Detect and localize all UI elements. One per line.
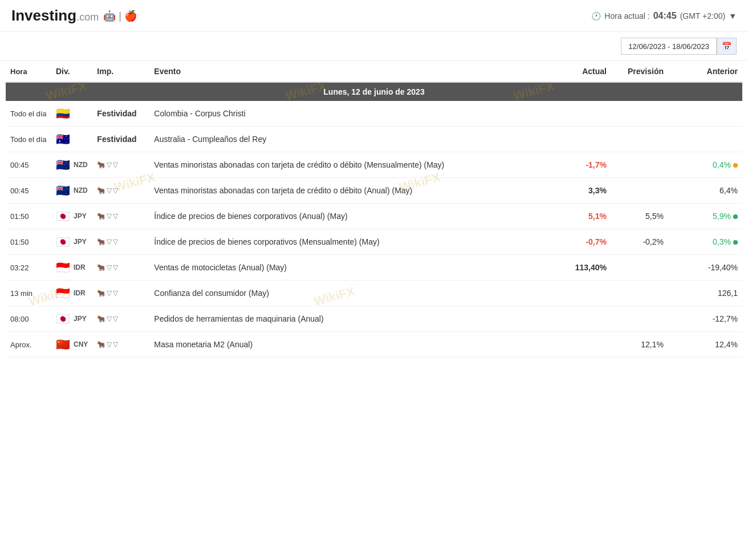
date-range-bar: 12/06/2023 - 18/06/2023 📅	[0, 32, 748, 61]
table-row: 08:00🇯🇵JPY🐂▽▽Pedidos de herramientas de …	[6, 306, 742, 332]
cell-prevision: 12,1%	[611, 332, 668, 358]
cell-div: 🇳🇿NZD	[51, 178, 92, 204]
importance-cell: 🐂▽▽	[97, 263, 145, 271]
cell-anterior: -19,40%	[668, 255, 742, 281]
importance-cell: 🐂▽▽	[97, 340, 145, 348]
flag-icon: 🇮🇩	[56, 286, 70, 300]
hora-actual-label: Hora actual :	[604, 11, 649, 21]
cell-evento: Índice de precios de bienes corporativos…	[149, 204, 554, 229]
cell-hora: 08:00	[6, 306, 51, 332]
cell-imp: 🐂▽▽	[92, 332, 149, 358]
flag-icon: 🇮🇩	[56, 261, 70, 274]
flag-icon: 🇳🇿	[56, 158, 70, 172]
main-table-container: WikiFX WikiFX WikiFX WikiFX WikiFX WikiF…	[0, 61, 748, 358]
cell-anterior: 5,9%	[668, 204, 742, 229]
time-value: 04:45	[653, 11, 677, 21]
flag-icon: 🇨🇴	[56, 107, 70, 120]
timezone-dropdown-icon[interactable]: ▼	[729, 11, 737, 21]
flag-icon: 🇳🇿	[56, 184, 70, 197]
flag-icon: 🇨🇳	[56, 338, 70, 351]
col-div: Div.	[51, 61, 92, 82]
cell-prevision	[611, 127, 668, 152]
cell-div: 🇨🇳CNY	[51, 332, 92, 358]
bull-icon: 🐂	[97, 186, 105, 194]
currency-label: JPY	[74, 238, 87, 246]
cell-div: 🇯🇵JPY	[51, 229, 92, 255]
cell-div: 🇮🇩IDR	[51, 255, 92, 281]
cell-imp: 🐂▽▽	[92, 152, 149, 178]
header: Investing.com 🤖 | 🍎 🕐 Hora actual : 04:4…	[0, 0, 748, 32]
cell-anterior: 0,4%	[668, 152, 742, 178]
cell-hora: Todo el día	[6, 101, 51, 127]
cell-actual	[554, 281, 611, 306]
section-header-row: Lunes, 12 de junio de 2023	[6, 82, 742, 101]
importance-dot	[733, 240, 738, 245]
cell-actual: 5,1%	[554, 204, 611, 229]
cell-actual	[554, 332, 611, 358]
bull-icon: 🐂	[97, 161, 105, 169]
importance-cell: 🐂▽▽	[97, 315, 145, 323]
cell-div: 🇦🇺	[51, 127, 92, 152]
flag-icon: 🇯🇵	[56, 209, 70, 223]
festividad-label: Festividad	[97, 109, 136, 118]
time-display: 🕐 Hora actual : 04:45 (GMT +2:00) ▼	[591, 11, 737, 21]
table-header: Hora Div. Imp. Evento Actual Previsión A…	[6, 61, 742, 82]
importance-dot	[733, 214, 738, 219]
cell-evento: Colombia - Corpus Christi	[149, 101, 554, 127]
cell-div: 🇯🇵JPY	[51, 306, 92, 332]
col-evento: Evento	[149, 61, 554, 82]
header-right: 🕐 Hora actual : 04:45 (GMT +2:00) ▼	[591, 11, 737, 21]
table-row: 03:22🇮🇩IDR🐂▽▽Ventas de motocicletas (Anu…	[6, 255, 742, 281]
bull-icon: 🐂	[97, 238, 105, 246]
table-row: 01:50🇯🇵JPY🐂▽▽Índice de precios de bienes…	[6, 204, 742, 229]
col-actual: Actual	[554, 61, 611, 82]
calendar-button[interactable]: 📅	[717, 38, 737, 55]
currency-label: CNY	[74, 340, 88, 348]
importance-cell: 🐂▽▽	[97, 186, 145, 194]
cell-evento: Ventas minoristas abonadas con tarjeta d…	[149, 152, 554, 178]
currency-label: IDR	[74, 263, 86, 271]
cell-evento: Masa monetaria M2 (Anual)	[149, 332, 554, 358]
cell-actual	[554, 101, 611, 127]
currency-label: JPY	[74, 212, 87, 220]
col-prevision: Previsión	[611, 61, 668, 82]
clock-icon: 🕐	[591, 11, 601, 21]
cell-hora: 00:45	[6, 178, 51, 204]
cell-evento: Confianza del consumidor (May)	[149, 281, 554, 306]
table-row: Aprox.🇨🇳CNY🐂▽▽Masa monetaria M2 (Anual)1…	[6, 332, 742, 358]
cell-actual: -0,7%	[554, 229, 611, 255]
cell-anterior: 126,1	[668, 281, 742, 306]
cell-hora: 01:50	[6, 229, 51, 255]
cell-anterior	[668, 127, 742, 152]
currency-label: JPY	[74, 315, 87, 323]
table-row: 00:45🇳🇿NZD🐂▽▽Ventas minoristas abonadas …	[6, 178, 742, 204]
flag-icon: 🇦🇺	[56, 132, 70, 146]
logo-text: Investing.com	[11, 7, 99, 25]
cell-imp: Festividad	[92, 101, 149, 127]
flag-icon: 🇯🇵	[56, 312, 70, 326]
bull-icon: 🐂	[97, 340, 105, 348]
currency-label: NZD	[74, 161, 88, 169]
currency-label: NZD	[74, 186, 88, 194]
cell-evento: Índice de precios de bienes corporativos…	[149, 229, 554, 255]
table-body: Lunes, 12 de junio de 2023Todo el día🇨🇴F…	[6, 82, 742, 358]
cell-div: 🇮🇩IDR	[51, 281, 92, 306]
cell-evento: Ventas minoristas abonadas con tarjeta d…	[149, 178, 554, 204]
cell-prevision	[611, 281, 668, 306]
date-range-button[interactable]: 12/06/2023 - 18/06/2023	[621, 38, 717, 55]
cell-actual	[554, 306, 611, 332]
cell-imp: 🐂▽▽	[92, 306, 149, 332]
cell-prevision	[611, 178, 668, 204]
cell-div: 🇯🇵JPY	[51, 204, 92, 229]
cell-prevision: 5,5%	[611, 204, 668, 229]
importance-cell: 🐂▽▽	[97, 161, 145, 169]
currency-label: IDR	[74, 289, 86, 297]
cell-prevision	[611, 255, 668, 281]
cell-div: 🇨🇴	[51, 101, 92, 127]
cell-hora: 13 min	[6, 281, 51, 306]
cell-actual: -1,7%	[554, 152, 611, 178]
cell-anterior: 6,4%	[668, 178, 742, 204]
cell-prevision	[611, 152, 668, 178]
cell-imp: 🐂▽▽	[92, 281, 149, 306]
cell-anterior	[668, 101, 742, 127]
